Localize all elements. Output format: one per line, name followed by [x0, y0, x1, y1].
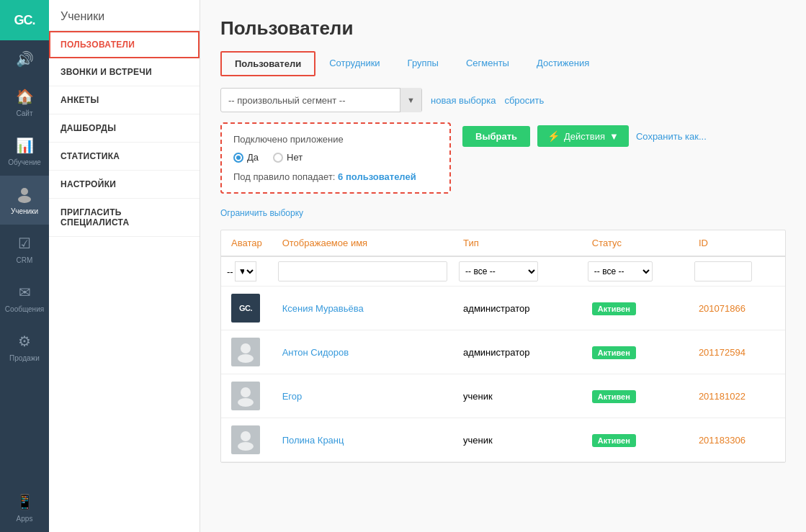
- id-cell-2: 201172594: [689, 330, 785, 374]
- filter-result-text: Под правило попадает:: [233, 171, 335, 182]
- table-row: GC. Ксения Муравьёва администратор Актив…: [221, 287, 785, 330]
- tab-users[interactable]: Пользователи: [220, 51, 315, 76]
- sidebar-item-learning[interactable]: 📊 Обучение: [0, 127, 49, 176]
- id-cell-3: 201181022: [689, 374, 785, 418]
- type-text-4: ученик: [463, 435, 493, 446]
- sidebar-menu-item-calls[interactable]: ЗВОНКИ И ВСТРЕЧИ: [49, 58, 200, 86]
- icon-bar: GC. 🔊 🏠 Сайт 📊 Обучение Ученики ☑ CRM ✉ …: [0, 0, 49, 532]
- sidebar-menu-item-invite[interactable]: ПРИГЛАСИТЬ СПЕЦИАЛИСТА: [49, 199, 200, 237]
- actions-label: Действия: [564, 131, 605, 142]
- page-title: Пользователи: [220, 17, 786, 40]
- status-badge-3: Активен: [592, 390, 636, 403]
- avatar-placeholder-3: [231, 382, 260, 410]
- sidebar-item-site[interactable]: 🏠 Сайт: [0, 78, 49, 127]
- tab-achievements[interactable]: Достижения: [523, 51, 603, 76]
- sidebar-menu-item-dashboards[interactable]: ДАШБОРДЫ: [49, 114, 200, 143]
- radio-dot-yes: [233, 153, 243, 163]
- tab-groups[interactable]: Группы: [394, 51, 452, 76]
- sidebar-menu-item-stats[interactable]: СТАТИСТИКА: [49, 143, 200, 171]
- id-cell-1: 201071866: [689, 287, 785, 330]
- svg-point-4: [241, 387, 251, 397]
- lightning-icon: ⚡: [547, 130, 560, 142]
- status-cell-1: Активен: [582, 287, 689, 330]
- actions-button[interactable]: ⚡ Действия ▼: [537, 125, 629, 147]
- sidebar-item-label: Обучение: [8, 158, 41, 167]
- avatar-placeholder-4: [231, 425, 260, 454]
- actions-arrow: ▼: [609, 131, 619, 142]
- sidebar-item-label: Сайт: [16, 109, 32, 118]
- status-badge-4: Активен: [592, 434, 636, 447]
- segment-dropdown-arrow[interactable]: ▼: [400, 88, 421, 112]
- svg-point-7: [238, 442, 254, 451]
- status-badge-2: Активен: [592, 346, 636, 359]
- apps-icon: 📱: [14, 492, 35, 512]
- user-link-4[interactable]: Полина Кранц: [282, 435, 344, 446]
- table-filter-row: -- ▼ -- все --: [221, 256, 785, 287]
- main-content: Пользователи Пользователи Сотрудники Гру…: [200, 0, 806, 532]
- filter-title: Подключено приложение: [233, 134, 438, 145]
- user-link-3[interactable]: Егор: [282, 391, 303, 402]
- svg-point-6: [241, 431, 251, 441]
- name-cell-4: Полина Кранц: [272, 418, 453, 462]
- type-cell-2: администратор: [453, 330, 582, 374]
- col-type: Тип: [453, 230, 582, 256]
- logo[interactable]: GC.: [0, 0, 49, 40]
- filter-result: Под правило попадает: 6 пользователей: [233, 171, 438, 182]
- name-filter-input[interactable]: [278, 261, 447, 281]
- sidebar-item-crm[interactable]: ☑ CRM: [0, 225, 49, 274]
- svg-point-1: [18, 196, 31, 203]
- mail-icon: ✉: [14, 282, 35, 302]
- dash-text: --: [227, 266, 233, 277]
- avatar-logo-1: GC.: [231, 294, 260, 323]
- id-filter-input[interactable]: [694, 261, 752, 281]
- segment-select-text: -- произвольный сегмент --: [221, 95, 400, 106]
- name-cell-1: Ксения Муравьёва: [272, 287, 453, 330]
- sidebar-menu-item-settings[interactable]: НАСТРОЙКИ: [49, 171, 200, 199]
- sidebar-item-students[interactable]: Ученики: [0, 176, 49, 225]
- sidebar-item-messages[interactable]: ✉ Сообщения: [0, 274, 49, 323]
- avatar-filter-select[interactable]: ▼: [235, 261, 256, 281]
- radio-no[interactable]: Нет: [273, 152, 303, 163]
- segment-select[interactable]: -- произвольный сегмент -- ▼: [220, 88, 422, 112]
- avatar-filter-cell: -- ▼: [227, 261, 267, 281]
- sidebar-item-label: Продажи: [9, 354, 40, 363]
- sidebar-item-sales[interactable]: ⚙ Продажи: [0, 323, 49, 371]
- avatar-cell-1: GC.: [221, 287, 272, 330]
- sidebar-menu-item-surveys[interactable]: АНКЕТЫ: [49, 86, 200, 114]
- chart-icon: 📊: [14, 135, 35, 155]
- restrict-link[interactable]: Ограничить выборку: [220, 208, 786, 218]
- sidebar-header: Ученики: [49, 0, 200, 31]
- col-id: ID: [689, 230, 785, 256]
- tab-employees[interactable]: Сотрудники: [315, 51, 393, 76]
- col-status: Статус: [582, 230, 689, 256]
- segment-row: -- произвольный сегмент -- ▼ новая выбор…: [220, 88, 786, 112]
- tabs: Пользователи Сотрудники Группы Сегменты …: [220, 51, 786, 76]
- sidebar-item-apps[interactable]: 📱 Apps: [0, 483, 49, 532]
- sidebar-item-audio[interactable]: 🔊: [0, 40, 49, 78]
- filter-radios: Да Нет: [233, 152, 438, 163]
- status-cell-3: Активен: [582, 374, 689, 418]
- select-button[interactable]: Выбрать: [462, 126, 530, 147]
- gear-icon: ⚙: [14, 331, 35, 351]
- table-row: Егор ученик Активен 201181022: [221, 374, 785, 418]
- crm-icon: ☑: [14, 233, 35, 253]
- user-link-1[interactable]: Ксения Муравьёва: [282, 303, 364, 314]
- sidebar-item-label: Сообщения: [5, 305, 44, 314]
- radio-no-label: Нет: [287, 152, 303, 163]
- radio-yes[interactable]: Да: [233, 152, 259, 163]
- type-cell-3: ученик: [453, 374, 582, 418]
- reset-link[interactable]: сбросить: [504, 95, 544, 106]
- id-cell-4: 201183306: [689, 418, 785, 462]
- save-as-button[interactable]: Сохранить как...: [636, 126, 707, 147]
- filter-result-count[interactable]: 6 пользователей: [338, 171, 416, 182]
- sidebar-menu-item-users[interactable]: ПОЛЬЗОВАТЕЛИ: [49, 31, 200, 58]
- user-link-2[interactable]: Антон Сидоров: [282, 347, 349, 358]
- action-row: Выбрать ⚡ Действия ▼ Сохранить как...: [462, 125, 707, 147]
- tab-segments[interactable]: Сегменты: [452, 51, 523, 76]
- type-text-3: ученик: [463, 391, 493, 402]
- sidebar-item-label: CRM: [17, 256, 33, 265]
- svg-point-2: [241, 343, 251, 353]
- new-selection-link[interactable]: новая выборка: [431, 95, 496, 106]
- status-filter-select[interactable]: -- все --: [588, 261, 653, 281]
- type-filter-select[interactable]: -- все --: [459, 261, 538, 281]
